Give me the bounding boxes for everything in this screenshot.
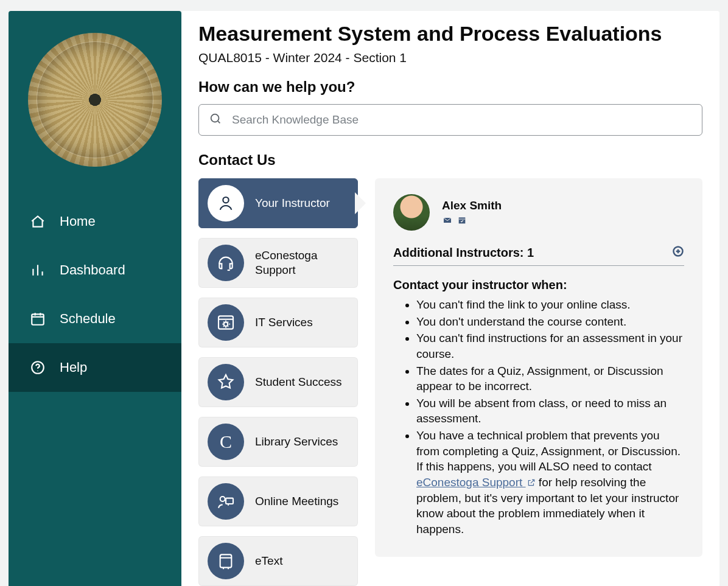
contact-when-list: You can't find the link to your online c… — [393, 297, 684, 537]
option-online-meetings[interactable]: Online Meetings — [198, 476, 358, 526]
search-wrap[interactable] — [198, 104, 702, 136]
option-econestoga-support[interactable]: eConestoga Support — [198, 238, 358, 288]
additional-instructors-label: Additional Instructors: 1 — [393, 246, 534, 260]
svg-point-7 — [220, 497, 225, 501]
option-your-instructor[interactable]: Your Instructor — [198, 178, 358, 228]
page-title: Measurement System and Process Evaluatio… — [198, 22, 702, 46]
course-thumbnail — [28, 33, 162, 167]
svg-point-6 — [224, 322, 228, 326]
option-student-success[interactable]: Student Success — [198, 357, 358, 407]
help-heading: How can we help you? — [198, 78, 702, 96]
sidebar-item-label: Dashboard — [60, 262, 125, 278]
etext-icon — [208, 543, 244, 579]
econestoga-support-link[interactable]: eConestoga Support — [416, 476, 536, 489]
sidebar-item-schedule[interactable]: Schedule — [9, 295, 181, 343]
calendar-icon — [29, 310, 46, 327]
svg-point-3 — [211, 114, 219, 122]
option-library-services[interactable]: C Library Services — [198, 417, 358, 467]
library-icon: C — [208, 424, 244, 460]
sidebar-nav: Home Dashboard Schedule Help — [9, 197, 181, 392]
search-input[interactable] — [232, 113, 692, 127]
additional-instructors-toggle[interactable]: Additional Instructors: 1 — [393, 245, 684, 266]
expand-icon — [672, 245, 684, 260]
sidebar: Home Dashboard Schedule Help — [9, 11, 181, 586]
contact-when-heading: Contact your instructor when: — [393, 278, 684, 292]
list-item-text: You have a technical problem that preven… — [416, 429, 681, 473]
star-icon — [208, 364, 244, 400]
contact-area: Your Instructor eConestoga Support IT Se… — [198, 178, 702, 586]
list-item: You don't understand the course content. — [416, 314, 684, 330]
option-label: eText — [255, 554, 282, 568]
instructor-row: Alex Smith — [393, 194, 684, 231]
option-label: IT Services — [255, 315, 313, 330]
svg-rect-0 — [32, 314, 44, 324]
list-item: You will be absent from class, or need t… — [416, 396, 684, 427]
sidebar-item-label: Schedule — [60, 311, 116, 327]
schedule-icon[interactable] — [457, 215, 467, 226]
search-icon — [209, 112, 222, 128]
help-icon — [29, 359, 46, 376]
option-etext[interactable]: eText — [198, 536, 358, 586]
instructor-name: Alex Smith — [442, 199, 502, 212]
browser-gear-icon — [208, 304, 244, 341]
svg-point-2 — [37, 371, 38, 371]
course-subtitle: QUAL8015 - Winter 2024 - Section 1 — [198, 51, 702, 65]
option-label: Online Meetings — [255, 494, 338, 509]
sidebar-item-dashboard[interactable]: Dashboard — [9, 246, 181, 295]
option-it-services[interactable]: IT Services — [198, 298, 358, 347]
option-label: Library Services — [255, 434, 338, 449]
svg-rect-9 — [220, 554, 232, 567]
sidebar-item-label: Home — [60, 214, 96, 229]
headset-icon — [208, 245, 244, 281]
list-item: You can't find instructions for an asses… — [416, 330, 684, 361]
sidebar-item-help[interactable]: Help — [9, 343, 181, 392]
contact-heading: Contact Us — [198, 152, 702, 169]
sidebar-item-label: Help — [60, 360, 87, 375]
svg-point-4 — [223, 197, 228, 203]
meeting-icon — [208, 483, 244, 520]
instructor-icon — [208, 185, 244, 221]
option-label: Your Instructor — [255, 196, 330, 211]
svg-rect-8 — [226, 498, 233, 504]
instructor-avatar — [393, 194, 430, 231]
contact-options: Your Instructor eConestoga Support IT Se… — [198, 178, 358, 586]
list-item: You have a technical problem that preven… — [416, 428, 684, 537]
app-root: Home Dashboard Schedule Help — [0, 0, 728, 586]
option-label: Student Success — [255, 375, 342, 389]
main-content: Measurement System and Process Evaluatio… — [181, 11, 719, 586]
instructor-action-icons — [442, 215, 502, 226]
instructor-panel: Alex Smith Additional Instructors: 1 — [375, 178, 702, 557]
email-icon[interactable] — [442, 215, 453, 226]
dashboard-icon — [29, 262, 46, 279]
list-item: The dates for a Quiz, Assignment, or Dis… — [416, 363, 684, 394]
option-label: eConestoga Support — [255, 248, 349, 277]
external-link-icon — [526, 476, 536, 489]
home-icon — [29, 213, 46, 230]
instructor-info: Alex Smith — [442, 199, 502, 226]
list-item: You can't find the link to your online c… — [416, 297, 684, 313]
sidebar-item-home[interactable]: Home — [9, 197, 181, 246]
